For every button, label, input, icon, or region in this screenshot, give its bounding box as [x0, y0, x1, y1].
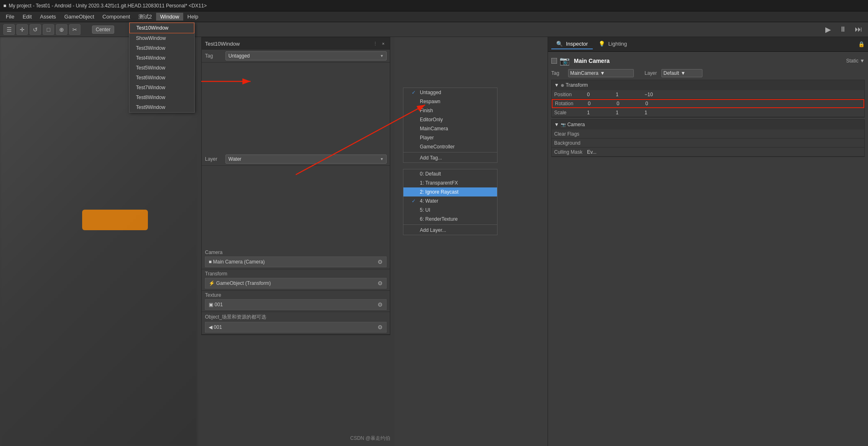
- window-menu-test10[interactable]: Test10Window: [129, 23, 194, 33]
- transform-component: Transform ⚡ GameObject (Transform) ⚙: [202, 269, 390, 291]
- menu-file[interactable]: File: [2, 13, 18, 21]
- play-controls: ▶ ⏸ ⏭: [823, 25, 865, 34]
- window-menu-test6[interactable]: Test6Window: [129, 73, 194, 83]
- insp-layer-dropdown-box[interactable]: Default ▼: [661, 69, 702, 77]
- menu-ceshi[interactable]: 测试2: [134, 12, 156, 21]
- camera-gear[interactable]: ⚙: [378, 259, 383, 265]
- panel-menu-btn[interactable]: ⋮: [372, 40, 378, 47]
- insp-tag-layer-row: Tag MainCamera ▼ Layer Default ▼: [551, 68, 865, 78]
- object-gear[interactable]: ⚙: [378, 324, 383, 330]
- object-component: Object_场景和资源的都可选 ◀ 001 ⚙: [202, 312, 390, 335]
- play-button[interactable]: ▶: [823, 25, 833, 34]
- tag-respawn[interactable]: Respawn: [403, 97, 497, 106]
- inspector-lock[interactable]: 🔒: [858, 41, 865, 47]
- cam-icon: 📷: [561, 122, 566, 127]
- camera-expand[interactable]: ▼: [554, 122, 559, 127]
- tag-player[interactable]: Player: [403, 133, 497, 142]
- pause-button[interactable]: ⏸: [837, 25, 849, 34]
- transform-gear[interactable]: ⚙: [378, 280, 383, 287]
- menu-gameobject[interactable]: GameObject: [60, 13, 98, 21]
- tool-transform[interactable]: ✂: [69, 24, 81, 35]
- layer-dropdown-menu: 0: Default 1: TransparentFX 2: Ignore Ra…: [403, 169, 497, 235]
- scale-z: 1: [645, 110, 673, 116]
- tag-maincamera[interactable]: MainCamera: [403, 124, 497, 133]
- tag-editoronly[interactable]: EditorOnly: [403, 115, 497, 124]
- camera-icon: 📷: [559, 56, 570, 66]
- tag-dropdown-box[interactable]: Untagged ▼: [226, 51, 387, 60]
- tool-move[interactable]: ✛: [16, 24, 28, 35]
- object-name-row: 📷 Main Camera Static ▼: [551, 55, 865, 67]
- rotation-row: Rotation 0 0 0: [552, 99, 864, 108]
- title-text: My project - Test01 - Android - Unity 20…: [9, 3, 207, 9]
- active-checkbox[interactable]: [551, 58, 557, 64]
- layer-dropdown-box[interactable]: Water ▼: [226, 155, 387, 164]
- layer-transparentfx[interactable]: 1: TransparentFX: [403, 178, 497, 187]
- transform-expand[interactable]: ▼: [554, 82, 559, 88]
- menu-assets[interactable]: Assets: [36, 13, 60, 21]
- insp-tag-label: Tag: [551, 70, 566, 76]
- window-menu-show[interactable]: ShowWindow: [129, 33, 194, 43]
- water-check: ✓: [412, 198, 417, 204]
- tag-section: Tag Untagged ▼: [202, 50, 390, 62]
- layer-rendertexture[interactable]: 6: RenderTexture: [403, 215, 497, 224]
- menu-bar: File Edit Assets GameObject Component 测试…: [0, 12, 868, 22]
- tab-lighting[interactable]: 💡 Lighting: [594, 39, 632, 49]
- title-bar: ■ My project - Test01 - Android - Unity …: [0, 0, 868, 12]
- panel-close-btn[interactable]: ×: [380, 40, 387, 47]
- window-menu-test9[interactable]: Test9Window: [129, 102, 194, 112]
- tag-finish[interactable]: Finish: [403, 106, 497, 115]
- inspector-content: 📷 Main Camera Static ▼ Tag MainCamera ▼ …: [548, 52, 868, 162]
- menu-component[interactable]: Component: [98, 13, 134, 21]
- window-menu-test5[interactable]: Test5Window: [129, 63, 194, 73]
- texture-gear[interactable]: ⚙: [378, 301, 383, 308]
- window-menu-test4[interactable]: Test4Window: [129, 53, 194, 63]
- transform-section: ▼ ⊕ Transform Position 0 1 −10 Rotation …: [551, 80, 865, 118]
- camera-header: Camera: [205, 250, 387, 255]
- menu-help[interactable]: Help: [183, 13, 203, 21]
- pivot-center[interactable]: Center: [92, 25, 114, 34]
- layer-ui[interactable]: 5: UI: [403, 206, 497, 215]
- tool-rect[interactable]: ⊕: [56, 24, 67, 35]
- layer-water[interactable]: ✓ 4: Water: [403, 196, 497, 206]
- tool-rotate[interactable]: ↺: [30, 24, 41, 35]
- clear-flags-row: Clear Flags: [552, 129, 864, 139]
- layer-add[interactable]: Add Layer...: [403, 226, 497, 235]
- camera-component: Camera ■ Main Camera (Camera) ⚙: [202, 248, 390, 269]
- tag-gamecontroller[interactable]: GameController: [403, 142, 497, 151]
- window-menu-test3[interactable]: Test3Window: [129, 43, 194, 53]
- window-menu-test7[interactable]: Test7Window: [129, 83, 194, 92]
- step-button[interactable]: ⏭: [852, 25, 865, 34]
- tab-inspector[interactable]: 🔍 Inspector: [551, 39, 593, 49]
- transform-row: ⚡ GameObject (Transform) ⚙: [205, 278, 387, 289]
- tag-untagged[interactable]: ✓ Untagged: [403, 88, 497, 97]
- texture-component: Texture ▣ 001 ⚙: [202, 291, 390, 312]
- test-window-header: Test10Window ⋮ ×: [202, 37, 390, 50]
- window-menu-test8[interactable]: Test8Window: [129, 92, 194, 102]
- layer-section: Layer Water ▼: [202, 153, 390, 166]
- layer-default[interactable]: 0: Default: [403, 169, 497, 178]
- transform-icon: ⊕: [561, 83, 564, 88]
- watermark: CSDN @暴走约伯: [350, 435, 390, 442]
- menu-window[interactable]: Window: [156, 13, 183, 21]
- scale-row: Scale 1 1 1: [552, 108, 864, 117]
- layer-value: Water: [228, 156, 242, 162]
- insp-tag-dropdown-box[interactable]: MainCamera ▼: [568, 69, 634, 77]
- pos-z: −10: [645, 92, 673, 97]
- layer-ignoreraycast[interactable]: 2: Ignore Raycast: [403, 187, 497, 196]
- scale-y: 1: [616, 110, 645, 116]
- inspector-icon: 🔍: [556, 41, 563, 47]
- rot-y: 0: [617, 101, 645, 106]
- lighting-icon: 💡: [599, 41, 605, 47]
- camera-section: ▼ 📷 Camera Clear Flags Background Cullin…: [551, 119, 865, 157]
- tool-scale[interactable]: □: [43, 24, 54, 35]
- unity-icon: ■: [3, 3, 6, 9]
- tag-label: Tag: [205, 53, 226, 59]
- orange-blob: [82, 210, 148, 230]
- tool-hand[interactable]: ☰: [3, 24, 15, 35]
- object-row: ◀ 001 ⚙: [205, 322, 387, 333]
- transform-header: Transform: [205, 271, 387, 277]
- tag-add[interactable]: Add Tag...: [403, 153, 497, 162]
- tag-dropdown-arrow: ▼: [380, 54, 384, 58]
- scale-x: 1: [587, 110, 616, 116]
- menu-edit[interactable]: Edit: [18, 13, 36, 21]
